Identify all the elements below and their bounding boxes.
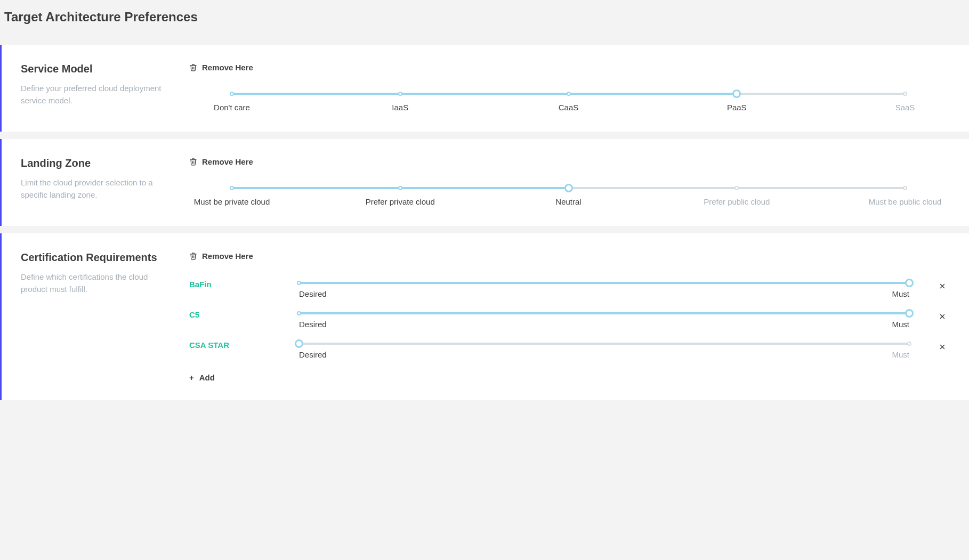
slider-handle[interactable] [732, 90, 741, 98]
add-button[interactable]: + Add [189, 373, 948, 382]
slider-label: SaaS [895, 103, 915, 112]
certification-name[interactable]: CSA STAR [189, 340, 299, 350]
slider-label: Prefer public cloud [704, 197, 770, 206]
slider-label-left: Desired [299, 289, 327, 298]
slider-stop[interactable] [230, 186, 234, 190]
trash-icon [189, 251, 197, 261]
page-header: Target Architecture Preferences [0, 0, 969, 45]
slider-label: PaaS [727, 103, 747, 112]
certification-name[interactable]: BaFin [189, 280, 299, 289]
certification-slider[interactable] [299, 310, 909, 316]
slider-stop[interactable] [734, 186, 739, 190]
slider-label: CaaS [559, 103, 579, 112]
close-icon [939, 283, 946, 289]
certification-name[interactable]: C5 [189, 310, 299, 319]
certification-row: BaFinDesiredMust [189, 280, 948, 298]
section-landing-zone: Landing Zone Limit the cloud provider se… [0, 139, 969, 226]
slider-label-left: Desired [299, 320, 327, 329]
slider-label-right: Must [892, 350, 909, 359]
slider-stop[interactable] [903, 92, 907, 96]
trash-icon [189, 63, 197, 72]
slider-label: Neutral [555, 197, 581, 206]
section-title: Service Model [21, 63, 176, 75]
slider-label: Prefer private cloud [366, 197, 435, 206]
slider-label-left: Desired [299, 350, 327, 359]
service-model-slider-labels: Don't careIaaSCaaSPaaSSaaS [232, 102, 905, 113]
slider-stop[interactable] [297, 311, 301, 315]
remove-label: Remove Here [202, 63, 253, 72]
close-icon [939, 313, 946, 320]
remove-button[interactable]: Remove Here [189, 157, 948, 166]
landing-zone-slider-labels: Must be private cloudPrefer private clou… [232, 196, 905, 208]
section-title: Certification Requirements [21, 251, 176, 264]
remove-button[interactable]: Remove Here [189, 251, 948, 261]
certification-slider[interactable] [299, 340, 909, 347]
remove-label: Remove Here [202, 251, 253, 261]
slider-stop[interactable] [398, 186, 402, 190]
slider-handle[interactable] [905, 279, 914, 287]
plus-icon: + [189, 374, 194, 382]
section-description: Limit the cloud provider selection to a … [21, 177, 176, 201]
section-certifications: Certification Requirements Define which … [0, 233, 969, 400]
certification-remove-button[interactable] [937, 282, 948, 291]
slider-handle[interactable] [905, 309, 914, 318]
certification-row: C5DesiredMust [189, 310, 948, 329]
slider-handle[interactable] [295, 339, 303, 348]
close-icon [939, 344, 946, 350]
slider-label-right: Must [892, 320, 909, 329]
certification-remove-button[interactable] [937, 343, 948, 352]
trash-icon [189, 157, 197, 166]
landing-zone-slider[interactable] [232, 185, 905, 191]
slider-label: Don't care [214, 103, 250, 112]
page-title: Target Architecture Preferences [4, 10, 969, 25]
slider-stop[interactable] [903, 186, 907, 190]
add-label: Add [199, 373, 215, 382]
certification-row: CSA STARDesiredMust [189, 340, 948, 359]
slider-label-right: Must [892, 289, 909, 298]
slider-handle[interactable] [564, 184, 573, 192]
slider-stop[interactable] [297, 281, 301, 285]
section-description: Define which certifications the cloud pr… [21, 271, 176, 295]
slider-stop[interactable] [567, 92, 571, 96]
slider-label: Must be public cloud [869, 197, 942, 206]
remove-button[interactable]: Remove Here [189, 63, 948, 72]
certification-remove-button[interactable] [937, 312, 948, 322]
slider-label: Must be private cloud [194, 197, 270, 206]
section-service-model: Service Model Define your preferred clou… [0, 45, 969, 132]
slider-label: IaaS [392, 103, 408, 112]
slider-stop[interactable] [907, 342, 911, 346]
section-title: Landing Zone [21, 157, 176, 169]
slider-stop[interactable] [230, 92, 234, 96]
section-description: Define your preferred cloud deployment s… [21, 83, 176, 107]
remove-label: Remove Here [202, 157, 253, 166]
certification-slider[interactable] [299, 280, 909, 286]
service-model-slider[interactable] [232, 91, 905, 96]
slider-stop[interactable] [398, 92, 402, 96]
